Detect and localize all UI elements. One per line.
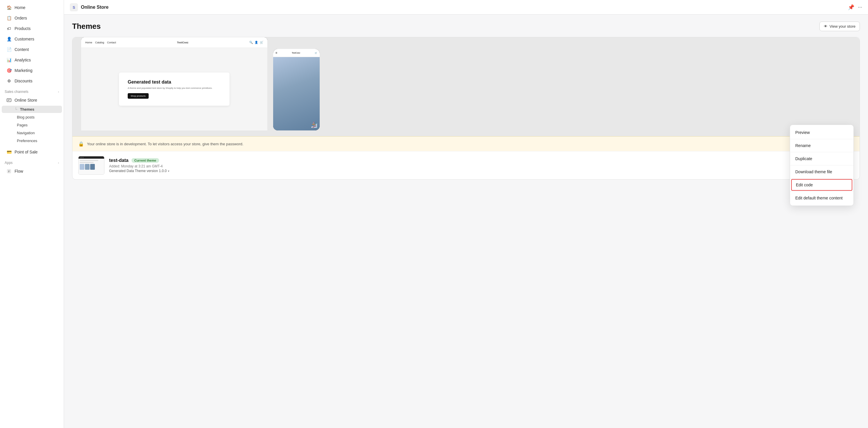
sidebar-item-blog-posts[interactable]: Blog posts bbox=[2, 114, 62, 121]
mockup-nav-links: Home Catalog Contact bbox=[85, 41, 116, 44]
sidebar-blog-posts-label: Blog posts bbox=[17, 115, 35, 119]
sales-channels-section: Sales channels › bbox=[0, 86, 64, 95]
dropdown-item-download[interactable]: Download theme file bbox=[790, 166, 854, 178]
sidebar-pages-label: Pages bbox=[17, 123, 28, 127]
svg-text:F: F bbox=[8, 170, 10, 173]
more-options-icon[interactable]: ··· bbox=[858, 4, 862, 10]
flow-icon: F bbox=[6, 169, 12, 174]
thumb-product-1 bbox=[80, 164, 84, 170]
main-area: S Online Store 📌 ··· Themes 👁 View your … bbox=[64, 0, 868, 428]
sidebar-item-orders-label: Orders bbox=[14, 16, 27, 20]
svg-text:S: S bbox=[73, 5, 75, 9]
customers-icon: 👤 bbox=[6, 36, 12, 41]
sidebar-item-customers-label: Customers bbox=[14, 37, 34, 41]
theme-version[interactable]: Generated Data Theme version 1.0.0 ▾ bbox=[109, 169, 805, 173]
apps-chevron[interactable]: › bbox=[58, 161, 59, 165]
page-title: Themes bbox=[72, 22, 101, 31]
dropdown-divider-3 bbox=[790, 165, 854, 165]
pos-icon: 💳 bbox=[6, 149, 12, 154]
sidebar-item-home[interactable]: 🏠 Home bbox=[2, 3, 62, 12]
theme-info: test-data Current theme Added: Monday at… bbox=[109, 158, 805, 173]
analytics-icon: 📊 bbox=[6, 57, 12, 63]
mockup-nav-icons: 🔍 👤 🛒 bbox=[249, 41, 263, 44]
theme-list-item: test-data Current theme Added: Monday at… bbox=[72, 151, 860, 179]
thumb-dot-2 bbox=[81, 157, 82, 158]
shopify-logo: S bbox=[70, 3, 78, 11]
lock-icon: 🔒 bbox=[78, 141, 84, 147]
sidebar-item-home-label: Home bbox=[14, 5, 25, 10]
sidebar: 🏠 Home 📋 Orders 🏷 Products 👤 Customers 📄… bbox=[0, 0, 64, 428]
sidebar-item-discounts[interactable]: ⚙ Discounts bbox=[2, 76, 62, 86]
mobile-menu-icon: ☰ bbox=[276, 52, 277, 54]
sidebar-item-point-of-sale[interactable]: 💳 Point of Sale bbox=[2, 147, 62, 157]
dropdown-divider-4 bbox=[790, 178, 854, 178]
sidebar-item-analytics-label: Analytics bbox=[14, 58, 31, 62]
thumb-line-1 bbox=[80, 160, 98, 161]
warning-bar: 🔒 Your online store is in development. T… bbox=[72, 136, 860, 151]
mobile-brand: TestCsez bbox=[292, 52, 300, 54]
sidebar-pos-label: Point of Sale bbox=[14, 150, 37, 154]
current-theme-badge: Current theme bbox=[131, 158, 159, 163]
sidebar-item-flow[interactable]: F Flow bbox=[2, 166, 62, 176]
sidebar-item-preferences[interactable]: Preferences bbox=[2, 137, 62, 144]
pin-icon[interactable]: 📌 bbox=[848, 4, 854, 10]
mockup-hero-btn[interactable]: Shop products bbox=[128, 93, 149, 99]
theme-name-row: test-data Current theme bbox=[109, 158, 805, 163]
sidebar-item-customers[interactable]: 👤 Customers bbox=[2, 34, 62, 44]
theme-added: Added: Monday at 3:21 am GMT-4 bbox=[109, 164, 805, 168]
dropdown-item-preview[interactable]: Preview bbox=[790, 127, 854, 138]
mobile-hero-image: 🏂 bbox=[273, 57, 320, 131]
sidebar-item-orders[interactable]: 📋 Orders bbox=[2, 13, 62, 23]
thumb-product-2 bbox=[85, 164, 90, 170]
eye-icon: 👁 bbox=[824, 24, 828, 29]
dropdown-divider-1 bbox=[790, 139, 854, 139]
sidebar-preferences-label: Preferences bbox=[17, 139, 37, 143]
mockup-hero: Generated test data A theme and populate… bbox=[119, 73, 229, 106]
mockup-topbar: Home Catalog Contact TestCsez 🔍 👤 🛒 bbox=[81, 37, 267, 48]
sales-channels-chevron[interactable]: › bbox=[58, 90, 59, 93]
dropdown-item-edit-default[interactable]: Edit default theme content bbox=[790, 192, 854, 204]
skier-icon: 🏂 bbox=[311, 122, 317, 128]
thumb-dot-1 bbox=[80, 157, 81, 158]
sidebar-navigation-label: Navigation bbox=[17, 131, 35, 135]
online-store-icon bbox=[6, 97, 12, 103]
sidebar-item-analytics[interactable]: 📊 Analytics bbox=[2, 55, 62, 65]
sidebar-item-marketing[interactable]: 🎯 Marketing bbox=[2, 65, 62, 76]
desktop-mockup: Home Catalog Contact TestCsez 🔍 👤 🛒 bbox=[81, 37, 267, 131]
sidebar-item-products-label: Products bbox=[14, 26, 31, 31]
sidebar-item-themes[interactable]: └ Themes bbox=[2, 106, 62, 113]
sidebar-item-pages[interactable]: Pages bbox=[2, 121, 62, 129]
dropdown-item-edit-code[interactable]: Edit code bbox=[791, 179, 852, 191]
dropdown-divider-5 bbox=[790, 191, 854, 192]
warning-bar-left: 🔒 Your online store is in development. T… bbox=[78, 141, 244, 147]
sidebar-item-content-label: Content bbox=[14, 47, 29, 52]
mockup-hero-desc: A theme and populated test store by Shop… bbox=[128, 86, 221, 90]
apps-section: Apps › bbox=[0, 157, 64, 166]
sidebar-item-online-store[interactable]: Online Store bbox=[2, 95, 62, 105]
mockup-hero-title: Generated test data bbox=[128, 80, 221, 85]
sidebar-item-marketing-label: Marketing bbox=[14, 68, 32, 73]
dropdown-item-rename[interactable]: Rename bbox=[790, 140, 854, 151]
sidebar-item-navigation[interactable]: Navigation bbox=[2, 129, 62, 137]
marketing-icon: 🎯 bbox=[6, 68, 12, 73]
orders-icon: 📋 bbox=[6, 16, 12, 21]
mockup-body: Generated test data A theme and populate… bbox=[81, 48, 267, 131]
content-icon: 📄 bbox=[6, 47, 12, 52]
thumb-body bbox=[79, 159, 104, 174]
topbar-right: 📌 ··· bbox=[848, 4, 862, 10]
thumb-dot-3 bbox=[83, 157, 84, 158]
mockup-nav-brand: TestCsez bbox=[177, 41, 188, 44]
thumb-products bbox=[80, 164, 103, 170]
version-chevron-icon: ▾ bbox=[168, 169, 169, 173]
dropdown-item-duplicate[interactable]: Duplicate bbox=[790, 153, 854, 165]
mobile-topbar: ☰ TestCsez 🛒 bbox=[273, 49, 320, 57]
sidebar-item-content[interactable]: 📄 Content bbox=[2, 45, 62, 54]
topbar-title: Online Store bbox=[81, 5, 108, 10]
sidebar-item-products[interactable]: 🏷 Products bbox=[2, 24, 62, 33]
view-store-button[interactable]: 👁 View your store bbox=[819, 22, 860, 31]
dropdown-menu: Preview Rename Duplicate Download theme … bbox=[790, 124, 854, 206]
thumb-line-2 bbox=[80, 162, 94, 163]
topbar-left: S Online Store bbox=[70, 3, 108, 11]
sidebar-themes-label: Themes bbox=[20, 107, 34, 112]
mobile-cart-icon: 🛒 bbox=[315, 52, 317, 54]
